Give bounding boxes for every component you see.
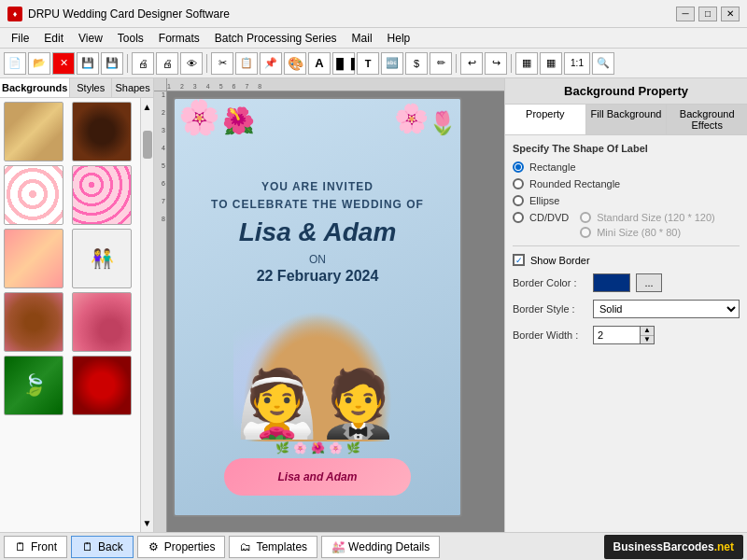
- leaf-1: 🌿: [275, 441, 289, 455]
- menu-file[interactable]: File: [4, 30, 36, 47]
- menu-bar: File Edit View Tools Formats Batch Proce…: [0, 28, 747, 49]
- border-width-spin-down[interactable]: ▼: [641, 336, 654, 344]
- radio-standard-size[interactable]: [580, 212, 591, 223]
- card-date: 22 February 2024: [257, 268, 379, 285]
- flower-left2: 🌺: [222, 108, 255, 134]
- toolbar-100[interactable]: 1:1: [564, 52, 590, 75]
- scroll-up-arrow[interactable]: ▲: [143, 102, 152, 112]
- border-color-picker-button[interactable]: ...: [636, 273, 662, 292]
- toolbar-print2[interactable]: 🖨: [156, 52, 178, 75]
- background-thumb-2[interactable]: [72, 102, 132, 161]
- background-thumb-7[interactable]: [4, 292, 63, 352]
- toolbar-zoom[interactable]: 🔍: [592, 52, 614, 75]
- toolbar-redo[interactable]: ↪: [485, 52, 507, 75]
- menu-mail[interactable]: Mail: [345, 30, 380, 47]
- app-icon: ♦: [7, 7, 22, 21]
- radio-row-rounded: Rounded Rectangle: [513, 178, 740, 189]
- background-thumb-3[interactable]: [4, 165, 63, 225]
- scroll-thumb[interactable]: [143, 131, 152, 159]
- show-border-label: Show Border: [530, 255, 590, 266]
- toolbar-text2[interactable]: T: [357, 52, 379, 75]
- window-controls: ─ □ ✕: [676, 7, 740, 21]
- shape-label-section: Specify The Shape Of Label: [513, 143, 740, 154]
- background-thumb-8[interactable]: [72, 292, 132, 352]
- toolbar-text[interactable]: A: [308, 52, 331, 75]
- show-border-checkbox[interactable]: [513, 254, 525, 266]
- toolbar-copy[interactable]: 📋: [235, 52, 258, 75]
- border-width-label: Border Width :: [513, 329, 587, 341]
- tab-styles[interactable]: Styles: [70, 78, 112, 97]
- flower-bottom-1: 🌸: [293, 441, 307, 455]
- toolbar-symbol[interactable]: $: [405, 52, 428, 75]
- border-style-select[interactable]: Solid Dashed Dotted Double: [593, 300, 740, 318]
- card-celebrate-line: TO CELEBRATE THE WEDDING OF: [211, 196, 424, 214]
- right-panel: Background Property Property Fill Backgr…: [504, 78, 747, 532]
- toolbar-paste[interactable]: 📌: [260, 52, 282, 75]
- rtab-fill-background[interactable]: Fill Background: [586, 105, 668, 134]
- toolbar-save[interactable]: 💾: [77, 52, 99, 75]
- toolbar-close-file[interactable]: ✕: [52, 52, 75, 75]
- rtab-background-effects[interactable]: Background Effects: [667, 105, 747, 134]
- tab-shapes[interactable]: Shapes: [112, 78, 153, 97]
- right-panel-title: Background Property: [505, 78, 747, 105]
- background-thumb-4[interactable]: [72, 165, 132, 225]
- properties-icon: ⚙: [148, 540, 161, 553]
- menu-view[interactable]: View: [71, 30, 110, 47]
- toolbar-preview[interactable]: 👁: [180, 52, 203, 75]
- border-width-input[interactable]: [593, 326, 640, 344]
- toolbar-grid1[interactable]: ▦: [515, 52, 538, 75]
- templates-button[interactable]: 🗂 Templates: [229, 536, 317, 558]
- background-thumb-6[interactable]: 👫: [72, 229, 132, 288]
- card-banner-text: Lisa and Adam: [278, 470, 358, 483]
- maximize-button[interactable]: □: [698, 7, 717, 21]
- card-banner: Lisa and Adam: [224, 458, 411, 496]
- radio-ellipse[interactable]: [513, 195, 524, 206]
- couple-emoji: 👰🤵: [236, 365, 399, 441]
- toolbar-cut[interactable]: ✂: [211, 52, 233, 75]
- status-bar: 🗒 Front 🗒 Back ⚙ Properties 🗂 Templates …: [0, 532, 747, 560]
- toolbar-barcode[interactable]: ▐▌▐: [332, 52, 355, 75]
- background-thumb-10[interactable]: [72, 356, 132, 415]
- radio-rounded-rectangle[interactable]: [513, 178, 524, 189]
- left-scroll-bar[interactable]: ▲ ▼: [140, 98, 153, 532]
- toolbar-grid2[interactable]: ▦: [540, 52, 562, 75]
- toolbar-color[interactable]: 🎨: [284, 52, 306, 75]
- toolbar-draw[interactable]: ✏: [430, 52, 452, 75]
- toolbar-open[interactable]: 📂: [28, 52, 50, 75]
- card-names: Lisa & Adam: [239, 217, 397, 247]
- menu-batch[interactable]: Batch Processing Series: [207, 30, 345, 47]
- menu-tools[interactable]: Tools: [110, 30, 151, 47]
- wedding-details-button[interactable]: 💒 Wedding Details: [321, 536, 440, 558]
- border-color-swatch[interactable]: [593, 273, 630, 292]
- radio-rounded-label: Rounded Rectangle: [529, 178, 620, 189]
- toolbar-save2[interactable]: 💾: [101, 52, 123, 75]
- toolbar-print[interactable]: 🖨: [132, 52, 154, 75]
- toolbar: 📄 📂 ✕ 💾 💾 🖨 🖨 👁 ✂ 📋 📌 🎨 A ▐▌▐ T 🔤 $ ✏ ↩ …: [0, 49, 747, 78]
- rtab-property[interactable]: Property: [505, 105, 586, 134]
- close-button[interactable]: ✕: [721, 7, 740, 21]
- back-button[interactable]: 🗒 Back: [71, 536, 134, 558]
- scroll-down-arrow[interactable]: ▼: [143, 518, 152, 528]
- front-button[interactable]: 🗒 Front: [4, 536, 67, 558]
- toolbar-new[interactable]: 📄: [4, 52, 26, 75]
- minimize-button[interactable]: ─: [676, 7, 695, 21]
- net-text: .net: [714, 540, 734, 553]
- tab-backgrounds[interactable]: Backgrounds: [0, 78, 70, 97]
- templates-label: Templates: [256, 540, 307, 553]
- radio-mini-size[interactable]: [580, 227, 591, 238]
- background-thumb-9[interactable]: 🍃: [4, 356, 63, 415]
- background-thumb-5[interactable]: [4, 229, 63, 288]
- toolbar-undo[interactable]: ↩: [460, 52, 483, 75]
- background-thumb-1[interactable]: [4, 102, 63, 161]
- border-style-row: Border Style : Solid Dashed Dotted Doubl…: [513, 300, 740, 318]
- menu-help[interactable]: Help: [380, 30, 418, 47]
- menu-edit[interactable]: Edit: [36, 30, 71, 47]
- properties-button[interactable]: ⚙ Properties: [137, 536, 226, 558]
- toolbar-stamp[interactable]: 🔤: [381, 52, 403, 75]
- radio-rectangle[interactable]: [513, 161, 524, 173]
- radio-cddvd[interactable]: [513, 212, 524, 223]
- menu-formats[interactable]: Formats: [151, 30, 207, 47]
- canvas-area: 12345678 1 2 3 4 5 6 7 8 🌸 🌺 🌸 🌷: [154, 78, 504, 532]
- right-panel-tabs: Property Fill Background Background Effe…: [505, 105, 747, 135]
- business-text: BusinessBarcodes: [613, 540, 714, 553]
